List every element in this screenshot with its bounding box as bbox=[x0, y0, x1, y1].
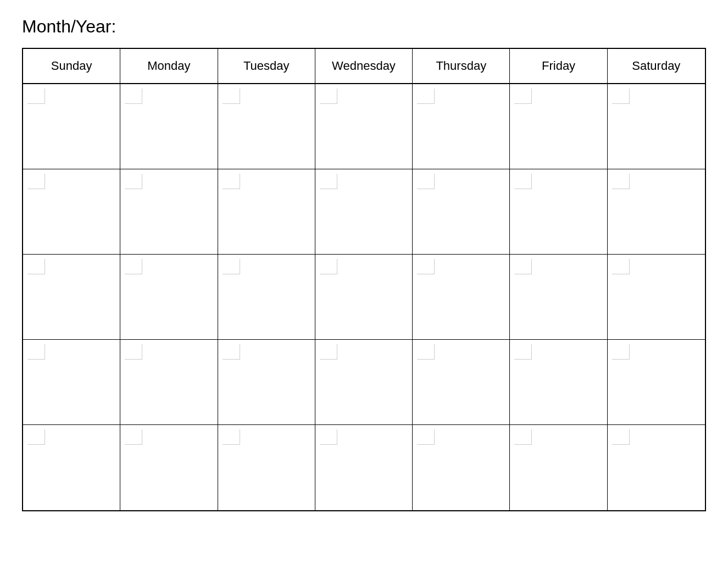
date-box bbox=[320, 174, 337, 189]
date-box bbox=[223, 89, 240, 104]
header-friday: Friday bbox=[510, 49, 607, 83]
date-box bbox=[223, 174, 240, 189]
header-wednesday: Wednesday bbox=[315, 49, 413, 83]
date-box bbox=[125, 89, 142, 104]
calendar-cell[interactable] bbox=[315, 84, 413, 169]
date-box bbox=[223, 259, 240, 274]
calendar-cell[interactable] bbox=[608, 84, 705, 169]
date-box bbox=[27, 259, 45, 274]
page-title: Month/Year: bbox=[22, 16, 706, 37]
calendar-cell[interactable] bbox=[413, 340, 510, 424]
date-box bbox=[417, 259, 435, 274]
date-box bbox=[612, 429, 630, 445]
calendar-cell[interactable] bbox=[413, 84, 510, 169]
calendar-cell[interactable] bbox=[413, 255, 510, 339]
calendar-week bbox=[23, 340, 705, 425]
header-thursday: Thursday bbox=[413, 49, 510, 83]
date-box bbox=[514, 174, 532, 189]
calendar-week bbox=[23, 425, 705, 510]
calendar-header: Sunday Monday Tuesday Wednesday Thursday… bbox=[23, 49, 705, 84]
calendar-cell[interactable] bbox=[23, 84, 120, 169]
date-box bbox=[612, 174, 630, 189]
date-box bbox=[27, 344, 45, 360]
calendar-cell[interactable] bbox=[510, 255, 607, 339]
calendar-cell[interactable] bbox=[23, 425, 120, 510]
calendar-cell[interactable] bbox=[608, 255, 705, 339]
calendar-cell[interactable] bbox=[510, 84, 607, 169]
calendar-cell[interactable] bbox=[315, 169, 413, 254]
calendar-cell[interactable] bbox=[510, 340, 607, 424]
date-box bbox=[320, 259, 337, 274]
date-box bbox=[320, 344, 337, 360]
date-box bbox=[612, 344, 630, 360]
date-box bbox=[125, 344, 142, 360]
date-box bbox=[223, 344, 240, 360]
calendar-cell[interactable] bbox=[120, 84, 218, 169]
calendar-week bbox=[23, 169, 705, 255]
date-box bbox=[27, 429, 45, 445]
date-box bbox=[417, 344, 435, 360]
date-box bbox=[612, 89, 630, 104]
calendar-week bbox=[23, 84, 705, 169]
date-box bbox=[27, 89, 45, 104]
calendar-container: Sunday Monday Tuesday Wednesday Thursday… bbox=[22, 48, 706, 511]
calendar-cell[interactable] bbox=[413, 169, 510, 254]
calendar-cell[interactable] bbox=[218, 340, 315, 424]
calendar-cell[interactable] bbox=[218, 84, 315, 169]
calendar-cell[interactable] bbox=[315, 255, 413, 339]
header-sunday: Sunday bbox=[23, 49, 120, 83]
calendar-cell[interactable] bbox=[315, 425, 413, 510]
calendar-cell[interactable] bbox=[218, 169, 315, 254]
header-monday: Monday bbox=[120, 49, 218, 83]
calendar-cell[interactable] bbox=[120, 425, 218, 510]
calendar-cell[interactable] bbox=[608, 425, 705, 510]
date-box bbox=[514, 429, 532, 445]
header-saturday: Saturday bbox=[608, 49, 705, 83]
calendar-cell[interactable] bbox=[510, 425, 607, 510]
calendar-cell[interactable] bbox=[608, 340, 705, 424]
date-box bbox=[612, 259, 630, 274]
date-box bbox=[125, 259, 142, 274]
date-box bbox=[514, 259, 532, 274]
date-box bbox=[320, 429, 337, 445]
date-box bbox=[514, 89, 532, 104]
date-box bbox=[27, 174, 45, 189]
header-tuesday: Tuesday bbox=[218, 49, 315, 83]
date-box bbox=[125, 174, 142, 189]
calendar-cell[interactable] bbox=[510, 169, 607, 254]
calendar-cell[interactable] bbox=[120, 255, 218, 339]
calendar-cell[interactable] bbox=[608, 169, 705, 254]
date-box bbox=[417, 174, 435, 189]
calendar-cell[interactable] bbox=[120, 340, 218, 424]
date-box bbox=[223, 429, 240, 445]
date-box bbox=[417, 429, 435, 445]
calendar-cell[interactable] bbox=[315, 340, 413, 424]
calendar-cell[interactable] bbox=[120, 169, 218, 254]
calendar-cell[interactable] bbox=[413, 425, 510, 510]
date-box bbox=[320, 89, 337, 104]
calendar-week bbox=[23, 255, 705, 340]
date-box bbox=[125, 429, 142, 445]
calendar-cell[interactable] bbox=[23, 169, 120, 254]
calendar-cell[interactable] bbox=[218, 425, 315, 510]
calendar-cell[interactable] bbox=[23, 255, 120, 339]
calendar-cell[interactable] bbox=[218, 255, 315, 339]
date-box bbox=[417, 89, 435, 104]
date-box bbox=[514, 344, 532, 360]
calendar-body bbox=[23, 84, 705, 510]
calendar-cell[interactable] bbox=[23, 340, 120, 424]
